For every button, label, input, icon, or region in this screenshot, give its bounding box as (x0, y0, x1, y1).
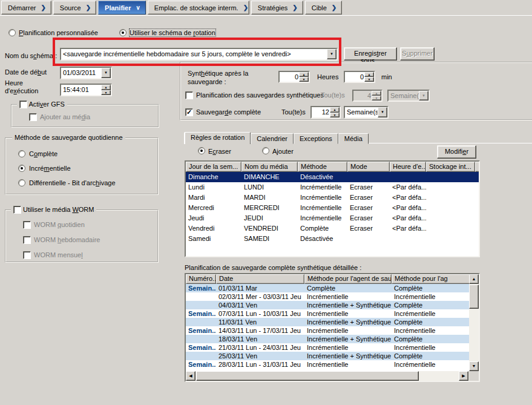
wizard-tab[interactable]: Emplac. de stockage interm. ❯ (148, 1, 249, 15)
column-header[interactable]: Méthode pour l'agent de sau... (304, 274, 392, 284)
rotation-table-row[interactable]: Dimanche DIMANCHE Désactivée (186, 172, 479, 182)
rotation-tab[interactable]: Exceptions (294, 133, 338, 144)
method-incremental-radio[interactable] (18, 165, 25, 172)
rotation-tab[interactable]: Média (338, 133, 369, 144)
spinner-up-icon[interactable]: ▲ (299, 72, 309, 77)
gfs-checkbox[interactable] (19, 100, 27, 108)
overwrite-radio[interactable] (198, 147, 205, 154)
cell-week (186, 318, 216, 326)
rotation-tab[interactable]: Calendrier (251, 133, 294, 144)
column-header[interactable]: Méthode pour l'ag (392, 274, 479, 284)
scheme-name-combobox[interactable]: <sauvegarde incrémentielle hebdomadaire … (60, 48, 338, 61)
plan-unit-combobox: Semaine(s) ▼ (387, 90, 430, 102)
column-header[interactable]: Date (216, 274, 304, 284)
rotation-tab[interactable]: Règles de rotation (185, 132, 251, 144)
synthetic-plan-checkbox[interactable] (185, 91, 193, 99)
cell-agent-method: Incrémentielle + Synthétique (304, 301, 392, 309)
spinner-down-icon[interactable]: ▼ (101, 90, 111, 96)
cell-agent-method: Complète (304, 284, 392, 292)
spinner-down-icon[interactable]: ▼ (364, 77, 374, 82)
synthetic-min-spinner[interactable]: 0 ▲ ▼ (344, 71, 375, 83)
worm-monthly-checkbox (23, 251, 31, 259)
wizard-tab[interactable]: Planifier ∨ (98, 1, 146, 15)
wizard-tab[interactable]: Source ❯ (53, 1, 96, 15)
worm-use-checkbox[interactable] (13, 206, 21, 214)
method-differential-radio[interactable] (18, 179, 25, 186)
scroll-up-icon[interactable]: ▲ (469, 274, 479, 284)
chevron-down-icon[interactable]: ▼ (378, 107, 387, 117)
save-as-button[interactable]: Enregistrer sous... (344, 47, 397, 61)
append-radio[interactable] (262, 147, 269, 154)
cell-date: 14/03/11 Lun - 17/03/11 Jeu (216, 326, 304, 335)
rotation-table-row[interactable]: Lundi LUNDI Incrémentielle Ecraser <Par … (186, 182, 479, 193)
rotation-scheme-radio[interactable] (119, 29, 126, 36)
modify-button[interactable]: Modifier (437, 145, 476, 159)
scroll-right-icon[interactable]: ▶ (459, 371, 468, 381)
column-header[interactable]: Jour de la sem... (186, 162, 241, 172)
vertical-scrollbar-thumb[interactable] (469, 285, 479, 309)
detail-table-row[interactable]: 18/03/11 Ven Incrémentielle + Synthétiqu… (186, 335, 479, 343)
chevron-icon: ❯ (292, 4, 297, 11)
wizard-tab-label: Emplac. de stockage interm. (154, 4, 238, 12)
cell-media: JEUDI (241, 213, 298, 223)
cell-mode: Ecraser (347, 223, 390, 234)
wizard-tab[interactable]: Cible ❯ (305, 1, 342, 15)
start-date-combobox[interactable]: 01/03/2011 ▼ (60, 67, 112, 79)
full-unit-combobox[interactable]: Semaine(s) ▼ (344, 106, 389, 119)
detail-table-row[interactable]: 11/03/11 Ven Incrémentielle + Synthétiqu… (186, 318, 479, 326)
detail-table-row[interactable]: 02/03/11 Mer - 03/03/11 Jeu Incrémentiel… (186, 292, 479, 301)
spinner-up-icon[interactable]: ▲ (101, 85, 111, 90)
wizard-tab[interactable]: Stratégies ❯ (251, 1, 303, 15)
horizontal-scrollbar-thumb[interactable] (196, 371, 419, 381)
detail-table-row[interactable]: Semain... 28/03/11 Lun - 31/03/11 Jeu In… (186, 360, 479, 369)
gfs-label: Activer GFS (28, 100, 64, 108)
wizard-tab[interactable]: Démarrer ❯ (1, 1, 51, 15)
scroll-down-icon[interactable]: ▼ (469, 361, 479, 371)
cell-week: Semain... (186, 343, 216, 352)
detail-table-row[interactable]: 25/03/11 Ven Incrémentielle + Synthétiqu… (186, 352, 479, 360)
cell-media: DIMANCHE (241, 172, 298, 182)
rotation-table-row[interactable]: Samedi SAMEDI Désactivée (186, 234, 479, 244)
spinner-up-icon[interactable]: ▲ (364, 72, 374, 77)
detail-table-row[interactable]: 04/03/11 Ven Incrémentielle + Synthétiqu… (186, 301, 479, 309)
column-header[interactable]: Stockage int... (426, 162, 475, 172)
cell-mode (347, 234, 390, 244)
rotation-table-row[interactable]: Vendredi VENDREDI Complète Ecraser <Par … (186, 223, 479, 234)
rotation-table-row[interactable]: Mercredi MERCREDI Incrémentielle Ecraser… (186, 203, 479, 213)
column-header[interactable]: Heure d'e... (390, 162, 426, 172)
column-header[interactable]: Méthode (298, 162, 347, 172)
scroll-left-icon[interactable]: ◀ (186, 371, 195, 381)
chevron-down-icon[interactable]: ▼ (101, 68, 111, 78)
delete-button[interactable]: Supprimer (400, 47, 435, 61)
worm-daily-label: WORM quotidien (34, 221, 85, 228)
synthetic-min-value: 0 (345, 72, 366, 82)
method-complete-radio[interactable] (18, 150, 25, 157)
column-header[interactable]: Nom du média (241, 162, 298, 172)
chevron-down-icon[interactable]: ▼ (327, 49, 337, 59)
gfs-group: Activer GFS Ajouter au média (11, 104, 159, 128)
rotation-table-row[interactable]: Mardi MARDI Incrémentielle Ecraser <Par … (186, 193, 479, 203)
cell-staging (426, 182, 475, 193)
rotation-table-row[interactable]: Jeudi JEUDI Incrémentielle Ecraser <Par … (186, 213, 479, 223)
detail-table-row[interactable]: Semain... 07/03/11 Lun - 10/03/11 Jeu In… (186, 309, 479, 318)
column-header[interactable]: Mode (347, 162, 390, 172)
column-header[interactable]: Numéro... (186, 274, 216, 284)
append-label: Ajouter (272, 148, 294, 155)
spinner-down-icon[interactable]: ▼ (330, 113, 340, 118)
cell-media: VENDREDI (241, 223, 298, 234)
exec-time-spinner[interactable]: 15:44:01 ▲ ▼ (60, 84, 112, 96)
detail-table-row[interactable]: Semain... 01/03/11 Mar Complète Complète (186, 284, 479, 292)
cell-time (390, 172, 426, 182)
cell-method: Complète (298, 223, 347, 234)
synthetic-hours-spinner[interactable]: 0 ▲ ▼ (278, 71, 310, 83)
spinner-down-icon[interactable]: ▼ (299, 77, 309, 82)
column-header[interactable] (475, 162, 480, 172)
spinner-up-icon[interactable]: ▲ (330, 107, 340, 113)
detail-table-row[interactable]: Semain... 14/03/11 Lun - 17/03/11 Jeu In… (186, 326, 479, 335)
custom-plan-radio[interactable] (8, 29, 16, 36)
detail-table: Numéro... Date Méthode pour l'agent de s… (185, 273, 480, 382)
detail-table-row[interactable]: Semain... 21/03/11 Lun - 24/03/11 Jeu In… (186, 343, 479, 352)
full-every-spinner[interactable]: 12 ▲ ▼ (310, 106, 341, 119)
full-backup-checkbox[interactable] (185, 108, 193, 116)
plan-every-value: 4 (353, 91, 373, 100)
